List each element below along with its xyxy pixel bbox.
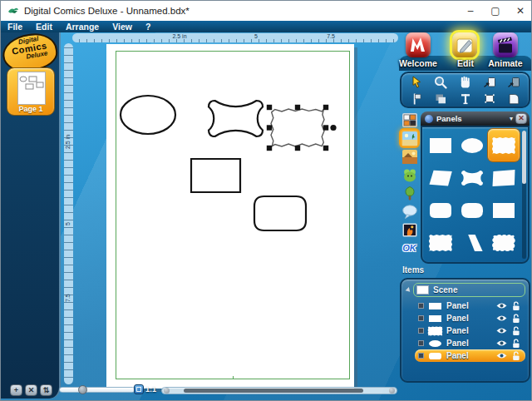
pan-tool[interactable] bbox=[456, 74, 475, 91]
scene-row[interactable]: Scene bbox=[405, 283, 525, 297]
corner-panel-tool[interactable] bbox=[504, 91, 524, 107]
item-checkbox[interactable] bbox=[418, 353, 424, 359]
canvas-shapes-layer[interactable] bbox=[106, 44, 354, 389]
item-checkbox[interactable] bbox=[418, 328, 424, 334]
ok-category[interactable]: OK bbox=[401, 240, 418, 256]
panel-shape-ellipse[interactable] bbox=[456, 129, 488, 161]
lock-icon[interactable] bbox=[512, 301, 520, 311]
canvas-shape-wavy[interactable] bbox=[209, 101, 263, 136]
visibility-eye-icon[interactable] bbox=[496, 352, 507, 359]
item-row-panel[interactable]: Panel bbox=[405, 349, 525, 362]
new-panel-tool[interactable] bbox=[480, 91, 500, 107]
canvas-shape-selected[interactable] bbox=[271, 109, 324, 146]
selection-handle[interactable] bbox=[295, 105, 300, 110]
scroll-left-button[interactable] bbox=[164, 388, 170, 394]
panel-shape-rect2[interactable] bbox=[488, 194, 520, 226]
characters-category[interactable] bbox=[401, 166, 418, 183]
delete-page-button[interactable]: ✕ bbox=[25, 384, 37, 396]
scroll-right-button[interactable] bbox=[389, 388, 395, 394]
duplicate-panel-tool[interactable] bbox=[504, 74, 524, 91]
menu-item-file[interactable]: File bbox=[7, 22, 22, 32]
panel-shape-torn2[interactable] bbox=[425, 226, 456, 259]
selection-handle[interactable] bbox=[267, 105, 272, 110]
add-page-button[interactable]: + bbox=[10, 384, 22, 396]
item-row-panel[interactable]: Panel bbox=[405, 337, 525, 349]
panel-shape-tilted[interactable] bbox=[488, 161, 520, 194]
canvas-shape-ellipse[interactable] bbox=[121, 96, 175, 134]
selection-handle[interactable] bbox=[267, 125, 272, 130]
visibility-eye-icon[interactable] bbox=[496, 314, 507, 322]
panel-shape-cloud[interactable] bbox=[488, 226, 520, 259]
item-checkbox[interactable] bbox=[418, 315, 424, 321]
selection-handle[interactable] bbox=[323, 105, 328, 110]
characters-category-icon bbox=[401, 167, 418, 183]
item-checkbox[interactable] bbox=[418, 340, 424, 346]
zoom-slider[interactable] bbox=[59, 387, 135, 393]
minimize-button[interactable]: – bbox=[458, 1, 483, 21]
panel-shape-torn[interactable] bbox=[488, 129, 520, 161]
zoom-ratio-label[interactable]: 1:1 bbox=[145, 385, 156, 394]
selection-handle[interactable] bbox=[295, 146, 300, 151]
canvas-shape-rounded[interactable] bbox=[254, 196, 306, 230]
workspace: Digital Comics Deluxe Page 1 +✕⇅ 2.5 in5… bbox=[1, 32, 532, 401]
text-tool[interactable] bbox=[456, 91, 475, 107]
zoom-slider-knob[interactable] bbox=[78, 385, 87, 394]
panel-shape-slant[interactable] bbox=[456, 226, 488, 259]
visibility-eye-icon[interactable] bbox=[496, 302, 507, 309]
select-tool[interactable] bbox=[406, 74, 426, 91]
item-row-panel[interactable]: Panel bbox=[405, 324, 525, 337]
canvas-page[interactable] bbox=[106, 44, 354, 389]
selection-handle[interactable] bbox=[323, 146, 328, 151]
balloons-category[interactable] bbox=[401, 203, 418, 220]
horizontal-scrollbar-thumb[interactable] bbox=[184, 389, 363, 393]
lock-icon[interactable] bbox=[512, 314, 520, 324]
selection-handle[interactable] bbox=[323, 125, 328, 130]
animate-mode-button[interactable] bbox=[493, 32, 518, 57]
panels-close-button[interactable]: ✕ bbox=[515, 113, 527, 124]
panels-category[interactable] bbox=[401, 111, 418, 128]
send-back-tool[interactable] bbox=[431, 91, 451, 107]
panels-scrollbar[interactable] bbox=[522, 131, 526, 259]
item-row-panel[interactable]: Panel bbox=[405, 312, 525, 324]
pictures-category[interactable] bbox=[401, 221, 418, 238]
fit-page-icon[interactable] bbox=[134, 384, 144, 394]
send-back-tool-icon bbox=[433, 92, 448, 106]
reorder-page-button[interactable]: ⇅ bbox=[40, 384, 52, 396]
panel-shape-rounded2[interactable] bbox=[456, 194, 488, 226]
panel-shape-rounded[interactable] bbox=[425, 194, 456, 226]
visibility-eye-icon[interactable] bbox=[496, 339, 507, 347]
panels-dropdown-caret[interactable]: ▾ bbox=[510, 115, 513, 122]
rotation-handle[interactable] bbox=[330, 125, 336, 131]
import-panel-tool[interactable] bbox=[480, 74, 500, 91]
selection-handle[interactable] bbox=[267, 146, 272, 151]
menu-item-arrange[interactable]: Arrange bbox=[66, 22, 99, 32]
panels-scrollbar-thumb[interactable] bbox=[522, 131, 526, 184]
panel-shape-wavy[interactable] bbox=[456, 161, 488, 194]
maximize-button[interactable]: ▢ bbox=[483, 1, 508, 21]
edit-mode-button[interactable] bbox=[452, 32, 477, 57]
welcome-mode-button[interactable] bbox=[406, 32, 431, 57]
lock-icon[interactable] bbox=[512, 339, 520, 349]
close-button[interactable]: ✕ bbox=[508, 1, 532, 21]
item-label: Panel bbox=[446, 301, 469, 310]
item-row-panel[interactable]: Panel bbox=[405, 300, 525, 312]
scenes-category[interactable] bbox=[401, 130, 418, 146]
backgrounds-category[interactable] bbox=[401, 148, 418, 165]
visibility-eye-icon[interactable] bbox=[496, 327, 507, 334]
item-checkbox[interactable] bbox=[418, 303, 424, 309]
horizontal-scrollbar[interactable] bbox=[161, 387, 397, 394]
arrange-panel-tool[interactable] bbox=[406, 91, 426, 107]
menu-item-view[interactable]: View bbox=[112, 22, 132, 32]
canvas-shape-rect[interactable] bbox=[191, 159, 240, 192]
lock-icon[interactable] bbox=[512, 351, 520, 361]
page-thumbnail[interactable]: Page 1 bbox=[7, 67, 55, 116]
props-category[interactable] bbox=[401, 185, 418, 201]
zoom-tool[interactable] bbox=[431, 74, 451, 91]
panel-shape-parallelogram[interactable] bbox=[425, 161, 456, 194]
lock-icon[interactable] bbox=[512, 326, 520, 336]
menu-item-help[interactable]: ? bbox=[145, 22, 150, 32]
menu-item-edit[interactable]: Edit bbox=[36, 22, 52, 32]
menu-bar: FileEditArrangeView? bbox=[1, 21, 532, 32]
expander-icon[interactable] bbox=[406, 287, 412, 294]
panel-shape-rect[interactable] bbox=[425, 129, 456, 161]
